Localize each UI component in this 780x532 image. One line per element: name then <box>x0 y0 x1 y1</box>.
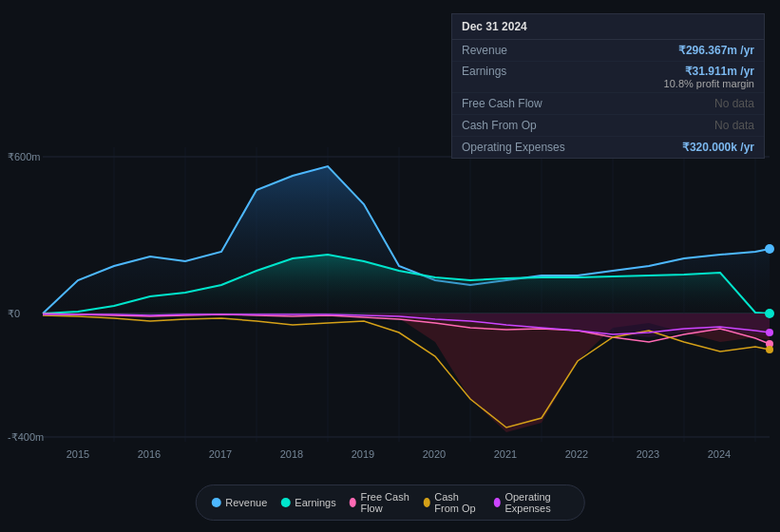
legend-opex[interactable]: Operating Expenses <box>494 491 569 514</box>
legend-revenue[interactable]: Revenue <box>211 491 267 514</box>
earnings-dot <box>280 498 290 507</box>
tooltip-cfo-row: Cash From Op No data <box>452 115 764 137</box>
tooltip-earnings-row: Earnings ₹31.911m /yr 10.8% profit margi… <box>452 62 764 93</box>
svg-text:₹600m: ₹600m <box>8 151 41 162</box>
legend-earnings[interactable]: Earnings <box>280 491 335 514</box>
cfo-dot <box>424 498 430 507</box>
fcf-dot <box>350 498 356 507</box>
tooltip-opex-row: Operating Expenses ₹320.000k /yr <box>452 137 764 158</box>
tooltip-opex-value: ₹320.000k /yr <box>682 141 754 154</box>
svg-point-18 <box>766 329 773 336</box>
tooltip-opex-label: Operating Expenses <box>462 141 565 154</box>
tooltip-revenue-row: Revenue ₹296.367m /yr <box>452 40 764 62</box>
svg-point-17 <box>766 346 773 353</box>
opex-dot <box>494 498 501 507</box>
svg-text:2019: 2019 <box>352 448 374 460</box>
chart-legend: Revenue Earnings Free Cash Flow Cash Fro… <box>195 484 585 521</box>
tooltip-earnings-value: ₹31.911m /yr <box>685 65 754 78</box>
tooltip-fcf-value: No data <box>714 97 754 110</box>
legend-cfo[interactable]: Cash From Op <box>424 491 481 514</box>
tooltip-cfo-label: Cash From Op <box>462 119 537 132</box>
svg-text:2023: 2023 <box>637 448 659 460</box>
svg-text:2016: 2016 <box>138 448 161 460</box>
svg-text:2022: 2022 <box>565 448 588 460</box>
tooltip-fcf-label: Free Cash Flow <box>462 97 542 110</box>
tooltip-cfo-value: No data <box>714 119 754 132</box>
svg-text:2017: 2017 <box>209 448 232 460</box>
cfo-label: Cash From Op <box>434 491 480 514</box>
svg-text:2018: 2018 <box>280 448 303 460</box>
fcf-label: Free Cash Flow <box>360 491 409 514</box>
svg-text:2015: 2015 <box>67 448 89 460</box>
tooltip-profit-margin: 10.8% profit margin <box>462 78 754 89</box>
earnings-label: Earnings <box>295 497 335 508</box>
tooltip-revenue-label: Revenue <box>462 44 507 57</box>
svg-text:2020: 2020 <box>423 448 446 460</box>
tooltip-date: Dec 31 2024 <box>452 14 764 40</box>
revenue-label: Revenue <box>225 497 267 508</box>
tooltip-panel: Dec 31 2024 Revenue ₹296.367m /yr Earnin… <box>451 13 765 159</box>
svg-text:₹0: ₹0 <box>8 308 20 319</box>
svg-text:2021: 2021 <box>494 448 517 460</box>
svg-point-15 <box>765 309 774 318</box>
opex-label: Operating Expenses <box>504 491 568 514</box>
tooltip-earnings-label: Earnings <box>462 65 506 78</box>
svg-text:2024: 2024 <box>708 448 731 460</box>
svg-text:-₹400m: -₹400m <box>8 431 44 443</box>
legend-fcf[interactable]: Free Cash Flow <box>350 491 410 514</box>
revenue-dot <box>211 498 220 507</box>
tooltip-revenue-value: ₹296.367m /yr <box>678 44 754 57</box>
tooltip-fcf-row: Free Cash Flow No data <box>452 93 764 115</box>
svg-point-14 <box>765 244 774 254</box>
